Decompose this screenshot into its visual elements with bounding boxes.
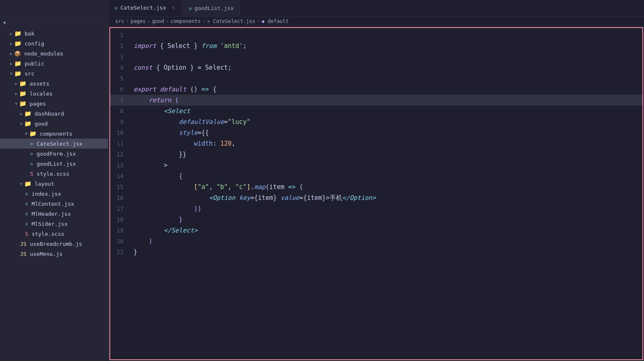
code-token: , bbox=[228, 183, 235, 191]
sidebar-item-goodList.jsx[interactable]: ⚛goodList.jsx bbox=[0, 159, 108, 169]
breadcrumb-part[interactable]: good bbox=[152, 18, 164, 24]
sidebar-item-public[interactable]: ▶📁public bbox=[0, 58, 108, 68]
sidebar-item-useBreadcrumb.js[interactable]: JSuseBreadcrumb.js bbox=[0, 239, 108, 249]
breadcrumb-sep: › bbox=[126, 18, 129, 24]
code-editor: 12import { Select } from 'antd';34const … bbox=[110, 28, 642, 259]
file-label: MlHeader.jsx bbox=[32, 211, 71, 217]
breadcrumb-sep: › bbox=[147, 18, 150, 24]
line-content: ["a", "b", "c"].map(item => ( bbox=[130, 182, 642, 192]
sidebar-item-good[interactable]: ▼📁good bbox=[0, 119, 108, 129]
tab-good-list[interactable]: ⚛ goodList.jsx bbox=[183, 0, 240, 16]
sidebar-item-MlContent.jsx[interactable]: ⚛MlContent.jsx bbox=[0, 199, 108, 209]
line-number: 18 bbox=[110, 214, 130, 225]
breadcrumb-part[interactable]: components bbox=[170, 18, 200, 24]
chevron-icon: ▼ bbox=[25, 131, 28, 136]
tab-bar: ⚛ CateSelect.jsx ✕⚛ goodList.jsx bbox=[0, 0, 644, 17]
sidebar-item-pages[interactable]: ▼📁pages bbox=[0, 98, 108, 109]
js-file-icon: JS bbox=[20, 241, 27, 247]
code-token bbox=[134, 194, 209, 202]
breadcrumb-symbol[interactable]: ◆ default bbox=[262, 18, 289, 24]
chevron-icon: ▼ bbox=[20, 121, 23, 126]
sidebar-item-style.scss-layout[interactable]: Sstyle.scss bbox=[0, 229, 108, 239]
chevron-icon: ▼ bbox=[20, 182, 23, 186]
sidebar-item-locales[interactable]: ▶📁locales bbox=[0, 88, 108, 98]
code-token: import bbox=[134, 42, 156, 50]
file-label: config bbox=[25, 40, 44, 47]
code-token: ={{ bbox=[198, 129, 209, 136]
code-token: } bbox=[190, 42, 201, 50]
code-line: 4const { Option } = Select; bbox=[110, 62, 642, 73]
code-line: 17 )) bbox=[110, 203, 642, 214]
code-token bbox=[134, 172, 179, 180]
sidebar-item-bak[interactable]: ▶📁bak bbox=[0, 28, 108, 38]
main-area: ▼ ▶📁bak▶📁config▶📦node_modules▶📁public▼📁s… bbox=[0, 17, 644, 361]
breadcrumb-part[interactable]: src bbox=[115, 18, 124, 24]
react-file-icon: ⚛ bbox=[30, 161, 33, 167]
code-token: 手机 bbox=[330, 194, 342, 202]
file-label: layout bbox=[35, 181, 54, 187]
folder-icon: 📁 bbox=[24, 180, 31, 187]
sidebar-item-assets[interactable]: ▶📁assets bbox=[0, 78, 108, 88]
sidebar-item-MlHeader.jsx[interactable]: ⚛MlHeader.jsx bbox=[0, 209, 108, 219]
sidebar-item-index.jsx[interactable]: ⚛index.jsx bbox=[0, 189, 108, 199]
code-token bbox=[235, 194, 239, 202]
code-token: "lucy" bbox=[228, 118, 250, 126]
code-token: { bbox=[152, 64, 164, 71]
sidebar-item-style.scss-good[interactable]: Sstyle.scss bbox=[0, 169, 108, 179]
breadcrumb-file[interactable]: ⚛ CateSelect.jsx bbox=[207, 18, 255, 24]
sidebar-item-src[interactable]: ▼📁src bbox=[0, 68, 108, 78]
sidebar-item-useMenu.js[interactable]: JSuseMenu.js bbox=[0, 249, 108, 259]
code-line: 18 } bbox=[110, 214, 642, 225]
tab-cate-select[interactable]: ⚛ CateSelect.jsx ✕ bbox=[109, 0, 183, 16]
react-file-icon: ⚛ bbox=[30, 141, 33, 147]
chevron-icon: ▶ bbox=[10, 31, 13, 36]
line-number: 19 bbox=[110, 225, 130, 236]
file-label: assets bbox=[30, 81, 49, 87]
code-line: 5 bbox=[110, 73, 642, 84]
code-token: () bbox=[186, 86, 201, 93]
line-number: 1 bbox=[110, 30, 130, 40]
code-line: 9 defaultValue="lucy" bbox=[110, 116, 642, 127]
code-line: 12 }} bbox=[110, 149, 642, 160]
code-token: style bbox=[179, 129, 197, 136]
code-token bbox=[171, 96, 175, 104]
sidebar-item-goodForm.jsx[interactable]: ⚛goodForm.jsx bbox=[0, 149, 108, 159]
file-label: MlSider.jsx bbox=[32, 221, 68, 227]
sidebar-item-node_modules[interactable]: ▶📦node_modules bbox=[0, 48, 108, 58]
breadcrumb-part[interactable]: pages bbox=[131, 18, 146, 24]
code-line: 7 return ( bbox=[110, 95, 642, 106]
project-header[interactable]: ▼ bbox=[0, 17, 108, 28]
close-tab-icon[interactable]: ✕ bbox=[170, 4, 177, 11]
folder-icon: 📁 bbox=[19, 80, 26, 87]
file-label: pages bbox=[30, 101, 46, 107]
folder-icon: 📁 bbox=[14, 40, 21, 47]
breadcrumb-sep: › bbox=[166, 18, 169, 24]
code-line: 19 </Select> bbox=[110, 225, 642, 236]
code-token: > bbox=[164, 162, 167, 169]
code-line: 16 <Option key={item} value={item}>手机</O… bbox=[110, 192, 642, 203]
code-line: 8 <Select bbox=[110, 106, 642, 116]
code-token: [ bbox=[194, 183, 198, 191]
sidebar-item-config[interactable]: ▶📁config bbox=[0, 38, 108, 48]
sidebar-item-components[interactable]: ▼📁components bbox=[0, 129, 108, 139]
line-content: { bbox=[130, 171, 642, 182]
chevron-down-icon: ▼ bbox=[3, 20, 6, 25]
code-token: </Option> bbox=[342, 194, 376, 202]
folder-icon: 📁 bbox=[24, 120, 31, 127]
code-line: 21} bbox=[110, 247, 642, 257]
function-icon: ◆ bbox=[262, 18, 265, 24]
sidebar-item-layout[interactable]: ▼📁layout bbox=[0, 179, 108, 189]
code-token: ( bbox=[295, 183, 303, 191]
code-line: 20 ) bbox=[110, 236, 642, 247]
file-label: node_modules bbox=[24, 50, 63, 57]
line-number: 5 bbox=[110, 73, 130, 84]
sidebar-item-CateSelect.jsx[interactable]: ⚛CateSelect.jsx bbox=[0, 139, 108, 149]
code-token: ={item} bbox=[250, 194, 280, 202]
line-number: 3 bbox=[110, 51, 130, 62]
line-content: <Option key={item} value={item}>手机</Opti… bbox=[130, 192, 642, 203]
sidebar-item-dashboard[interactable]: ▶📁dashboard bbox=[0, 109, 108, 119]
line-content: </Select> bbox=[130, 225, 642, 236]
sidebar-item-MlSider.jsx[interactable]: ⚛MlSider.jsx bbox=[0, 219, 108, 229]
line-content: defaultValue="lucy" bbox=[130, 116, 642, 127]
code-token bbox=[134, 162, 164, 169]
